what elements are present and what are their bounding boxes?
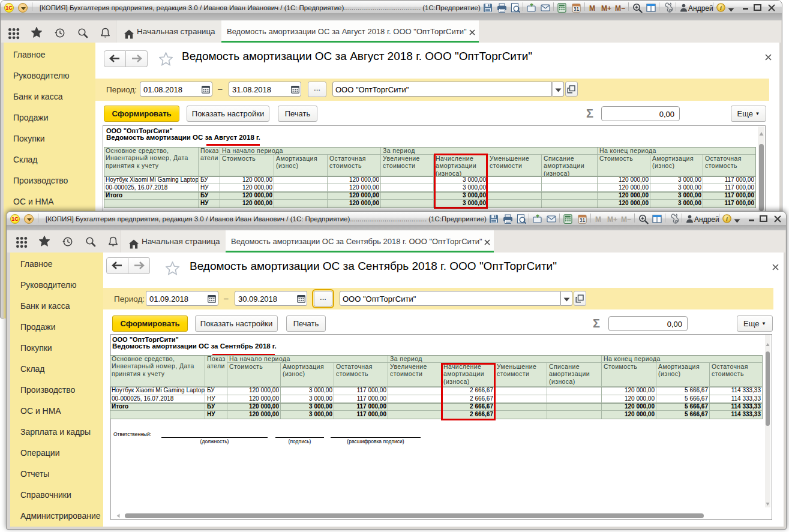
svg-text:i: i	[726, 216, 728, 223]
svg-text:i: i	[720, 5, 722, 11]
svg-text:31: 31	[580, 217, 586, 223]
svg-text:31: 31	[574, 6, 580, 12]
